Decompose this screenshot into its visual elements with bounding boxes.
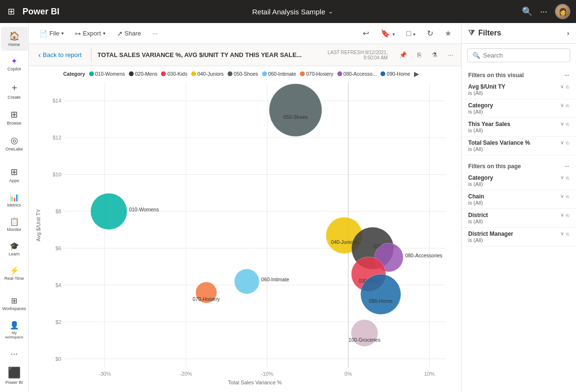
export-button[interactable]: ↦ Export ▾ [70,28,110,39]
filter-chain[interactable]: Chain is (All) ∨ ⎋ [461,190,576,209]
legend-dot-mens [129,71,134,76]
filter-this-year-sales-left: This Year Sales is (All) [468,121,510,133]
filter-this-year-chevron[interactable]: ∨ [560,121,564,127]
filter-page-category-chevron[interactable]: ∨ [560,174,564,181]
sidebar-metrics-label: Metrics [7,203,21,208]
back-to-report-label: Back to report [43,51,81,58]
pin-icon[interactable]: 📌 [395,49,411,60]
back-to-report-button[interactable]: ‹ Back to report [35,49,85,61]
share-button[interactable]: ↗ Share [112,28,146,39]
svg-text:$10: $10 [53,172,61,177]
toolbar-more-button[interactable]: ··· [148,28,162,39]
sidebar-item-more[interactable]: ··· [1,345,28,363]
sidebar-item-onelake[interactable]: ◎ OneLake [1,131,28,155]
filter-page-category[interactable]: Category is (All) ∨ ⎋ [461,172,576,190]
sidebar-item-powerbi[interactable]: ⬛ Power BI [1,363,28,389]
more-visual-icon[interactable]: ··· [444,49,457,60]
file-button[interactable]: 📄 File ▾ [35,28,69,39]
filter-total-sales-variance[interactable]: Total Sales Variance % is (All) ∨ ⎋ [461,137,576,155]
report-header: ‹ Back to report TOTAL SALES VARIANCE %,… [29,44,461,66]
sidebar-item-metrics[interactable]: 📊 Metrics [1,189,28,211]
share-icon: ↗ [117,30,123,37]
grid-icon[interactable]: ⊞ [6,4,17,19]
nav-title-area: Retail Analysis Sample ⌄ [69,8,516,16]
filters-on-page-more[interactable]: ··· [564,163,569,170]
bookmark-button[interactable]: 🔖 ▾ [377,27,398,40]
filter-total-sales-clear[interactable]: ⎋ [566,140,569,146]
filter-avg-clear[interactable]: ⎋ [566,84,569,90]
sidebar-myworkspace-label: My workspace [3,331,26,339]
filters-on-visual-title: Filters on this visual ··· [461,67,576,81]
sidebar-item-workspaces[interactable]: ⊞ Workspaces [1,292,28,315]
file-icon: 📄 [39,30,47,37]
sidebar-item-browse[interactable]: ⊞ Browse [1,105,28,129]
sidebar-item-monitor[interactable]: 📋 Monitor [1,213,28,236]
report-title-chevron[interactable]: ⌄ [328,8,333,15]
svg-point-42 [361,274,401,314]
nav-search-icon[interactable]: 🔍 [522,6,532,17]
legend-dot-shoes [228,71,232,76]
filter-category-visual[interactable]: Category is (All) ∨ ⎋ [461,99,576,118]
filter-total-sales-variance-left: Total Sales Variance % is (All) [468,139,530,152]
filter-district-manager-right: ∨ ⎋ [560,231,569,237]
filters-expand-icon[interactable]: › [567,29,569,37]
filters-on-visual-more[interactable]: ··· [564,72,569,79]
sidebar-item-learn[interactable]: 🎓 Learn [1,238,28,260]
sidebar-home-label: Home [8,42,20,47]
filter-district[interactable]: District is (All) ∨ ⎋ [461,209,576,228]
nav-more-icon[interactable]: ··· [540,7,547,17]
filter-chain-clear[interactable]: ⎋ [566,194,569,199]
filter-category-visual-clear[interactable]: ⎋ [566,103,569,108]
monitor-icon: 📋 [10,217,19,226]
filter-visual-icon[interactable]: ⚗ [428,49,441,60]
filter-this-year-sales[interactable]: This Year Sales is (All) ∨ ⎋ [461,118,576,137]
filter-district-clear[interactable]: ⎋ [566,212,569,218]
filter-district-manager-chevron[interactable]: ∨ [560,231,564,237]
avatar[interactable]: 👩 [555,4,570,19]
svg-point-32 [269,84,322,137]
sidebar-item-realtime[interactable]: ⚡ Real-Time [1,262,28,285]
refresh-button[interactable]: ↻ [423,27,437,40]
filter-district-manager-clear[interactable]: ⎋ [566,231,569,237]
refresh-icon: ↻ [427,29,433,37]
powerbi-label: Power BI [5,380,23,385]
share-label: Share [125,30,141,37]
svg-text:$8: $8 [56,208,61,214]
filter-avg-unit-ty[interactable]: Avg $/Unit TY is (All) ∨ ⎋ [461,81,576,99]
filter-avg-chevron[interactable]: ∨ [560,83,564,90]
sidebar-item-create[interactable]: ＋ Create [1,77,28,104]
legend-dot-womens [89,71,94,76]
legend-more-icon[interactable]: ▶ [414,70,419,78]
filter-district-chevron[interactable]: ∨ [560,212,564,218]
filter-district-value: is (All) [468,219,488,224]
filter-chain-chevron[interactable]: ∨ [560,193,564,199]
sidebar-item-home[interactable]: 🏠 Home [1,27,28,51]
undo-button[interactable]: ↩ [359,27,373,40]
report-header-divider [91,48,92,62]
bookmark-icon: 🔖 [380,29,390,37]
legend-label-womens: 010-Womens [95,71,125,77]
filter-page-category-clear[interactable]: ⎋ [566,175,569,181]
filter-avg-unit-ty-left: Avg $/Unit TY is (All) [468,83,506,96]
browse-icon: ⊞ [11,109,18,120]
filter-category-visual-chevron[interactable]: ∨ [560,102,564,108]
view-button[interactable]: □ ▾ [403,27,419,40]
report-header-right: LAST REFRESH:8/12/2021, 9:50:04 AM [328,50,395,60]
copy-icon[interactable]: ⎘ [414,49,425,60]
filter-this-year-clear[interactable]: ⎋ [566,121,569,127]
svg-text:060-Intimate: 060-Intimate [261,277,289,282]
filters-header: ⧩ Filters › [461,23,576,44]
chart-wrapper: Category 010-Womens 020-Mens 030-Kids 04… [29,66,461,392]
sidebar-item-copilot[interactable]: ✦ Copilot [1,53,28,75]
sidebar-item-apps[interactable]: ⊞ Apps [1,163,28,187]
filter-district-manager[interactable]: District Manager is (All) ∨ ⎋ [461,228,576,246]
search-box[interactable]: 🔍 [467,48,570,62]
favorite-button[interactable]: ★ [441,27,455,40]
sidebar-item-myworkspace[interactable]: 👤 My workspace [1,317,28,343]
filter-district-manager-value: is (All) [468,237,513,243]
legend-item-juniors: 040-Juniors [191,71,224,77]
filter-total-sales-chevron[interactable]: ∨ [560,139,564,146]
svg-text:090-Home: 090-Home [369,298,392,304]
svg-text:10%: 10% [424,371,435,377]
search-input[interactable] [483,52,565,59]
